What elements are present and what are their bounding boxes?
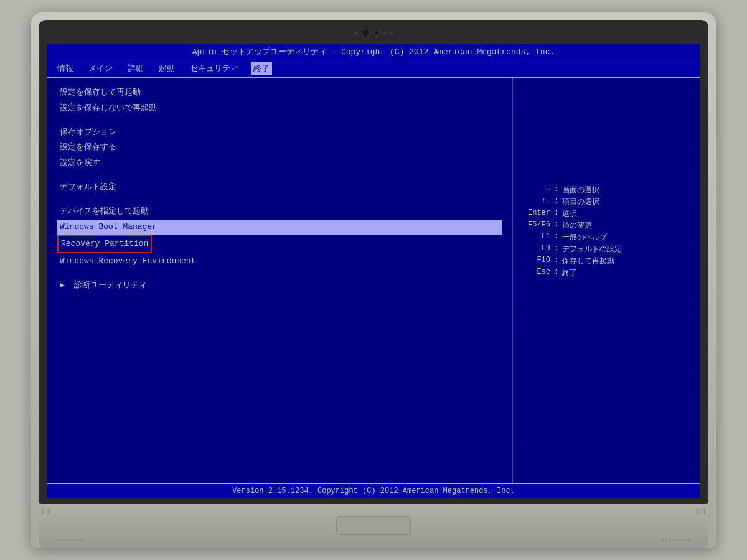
menu-restore-settings[interactable]: 設定を戻す bbox=[57, 156, 502, 171]
trackpad[interactable] bbox=[336, 516, 411, 535]
bios-nav[interactable]: 情報 メイン 詳細 起動 セキュリティ 終了 bbox=[47, 60, 700, 78]
menu-diagnostics[interactable]: ▶ 診断ユーティリティ bbox=[57, 278, 502, 294]
screw-tl bbox=[42, 508, 50, 515]
help-key-enter: Enter bbox=[523, 208, 550, 219]
help-desc-arrows: 画面の選択 bbox=[562, 185, 599, 195]
nav-item-info[interactable]: 情報 bbox=[55, 62, 76, 75]
menu-nosave-reboot[interactable]: 設定を保存しないで再起動 bbox=[57, 101, 502, 116]
help-desc-f10: 保存して再起動 bbox=[562, 256, 614, 266]
help-key-f9: F9 bbox=[523, 244, 550, 254]
indicator-dot-2 bbox=[383, 32, 387, 35]
bios-screen: Aptio セットアップユーティリティ - Copyright (C) 2012… bbox=[47, 44, 700, 498]
help-desc-f9: デフォルトの設定 bbox=[562, 244, 622, 254]
help-row-esc: Esc : 終了 bbox=[523, 268, 690, 278]
help-key-f5f6: F5/F6 bbox=[523, 220, 550, 231]
menu-section-save: 設定を保存して再起動 設定を保存しないで再起動 bbox=[57, 85, 502, 116]
help-row-enter: Enter : 選択 bbox=[523, 208, 690, 219]
menu-boot-device-header: デバイスを指定して起動 bbox=[57, 204, 502, 220]
menu-windows-recovery-env[interactable]: Windows Recovery Environment bbox=[57, 254, 502, 269]
menu-save-settings[interactable]: 設定を保存する bbox=[57, 140, 502, 156]
menu-section-options: 保存オプション 設定を保存する 設定を戻す bbox=[57, 125, 502, 171]
help-key-arrows: ↔ bbox=[523, 185, 550, 195]
nav-item-exit[interactable]: 終了 bbox=[251, 62, 272, 75]
help-row-f1: F1 : 一般のヘルプ bbox=[523, 232, 690, 243]
screw-tr bbox=[697, 508, 705, 515]
help-desc-f1: 一般のヘルプ bbox=[562, 232, 607, 243]
help-key-f10: F10 bbox=[523, 256, 550, 266]
menu-default[interactable]: デフォルト設定 bbox=[57, 180, 502, 195]
laptop-side-left bbox=[26, 137, 31, 423]
bios-body: 設定を保存して再起動 設定を保存しないで再起動 保存オプション 設定を保存する … bbox=[47, 78, 700, 483]
right-panel: ↔ : 画面の選択 ↑↓ : 項目の選択 Enter : 選択 bbox=[513, 78, 700, 483]
nav-item-boot[interactable]: 起動 bbox=[156, 62, 177, 75]
menu-section-default: デフォルト設定 bbox=[57, 180, 502, 195]
left-panel: 設定を保存して再起動 設定を保存しないで再起動 保存オプション 設定を保存する … bbox=[47, 78, 513, 483]
menu-recovery-partition[interactable]: Recovery Partition bbox=[59, 236, 151, 252]
help-desc-f5f6: 値の変更 bbox=[562, 220, 592, 231]
nav-item-detail[interactable]: 詳細 bbox=[125, 62, 146, 75]
help-row-f5f6: F5/F6 : 値の変更 bbox=[523, 220, 690, 231]
menu-section-diagnostics: ▶ 診断ユーティリティ bbox=[57, 278, 502, 294]
help-desc-esc: 終了 bbox=[562, 268, 577, 278]
nav-item-security[interactable]: セキュリティ bbox=[187, 62, 241, 75]
help-desc-enter: 選択 bbox=[562, 208, 577, 219]
camera-dot-2 bbox=[374, 30, 380, 36]
help-row-updown: ↑↓ : 項目の選択 bbox=[523, 197, 690, 207]
bios-title: Aptio セットアップユーティリティ - Copyright (C) 2012… bbox=[47, 44, 700, 60]
help-key-updown: ↑↓ bbox=[523, 197, 550, 207]
title-text: Aptio セットアップユーティリティ - Copyright (C) 2012… bbox=[192, 47, 555, 57]
laptop-side-right bbox=[716, 137, 721, 423]
bios-footer: Version 2.15.1234. Copyright (C) 2012 Am… bbox=[47, 483, 700, 498]
help-row-arrows: ↔ : 画面の選択 bbox=[523, 185, 690, 195]
indicator-dot-3 bbox=[390, 32, 393, 35]
menu-save-options-header: 保存オプション bbox=[57, 125, 502, 141]
help-desc-updown: 項目の選択 bbox=[562, 197, 599, 207]
menu-windows-boot-manager[interactable]: Windows Boot Manager bbox=[57, 220, 502, 235]
help-key-f1: F1 bbox=[523, 232, 550, 243]
camera-lens bbox=[361, 29, 370, 37]
laptop-bottom bbox=[39, 504, 708, 548]
laptop-body: Aptio セットアップユーティリティ - Copyright (C) 2012… bbox=[31, 12, 716, 548]
nav-item-main[interactable]: メイン bbox=[86, 62, 115, 75]
help-row-f9: F9 : デフォルトの設定 bbox=[523, 244, 690, 254]
speaker-right bbox=[662, 539, 690, 541]
camera-area bbox=[354, 29, 393, 37]
help-row-f10: F10 : 保存して再起動 bbox=[523, 256, 690, 266]
footer-text: Version 2.15.1234. Copyright (C) 2012 Am… bbox=[232, 487, 515, 495]
speaker-left bbox=[57, 539, 85, 541]
screen-bezel: Aptio セットアップユーティリティ - Copyright (C) 2012… bbox=[39, 20, 708, 504]
menu-save-reboot[interactable]: 設定を保存して再起動 bbox=[57, 85, 502, 101]
help-key-esc: Esc bbox=[523, 268, 550, 278]
indicator-dot-1 bbox=[354, 32, 357, 35]
menu-section-boot-device: デバイスを指定して起動 Windows Boot Manager Recover… bbox=[57, 204, 502, 269]
